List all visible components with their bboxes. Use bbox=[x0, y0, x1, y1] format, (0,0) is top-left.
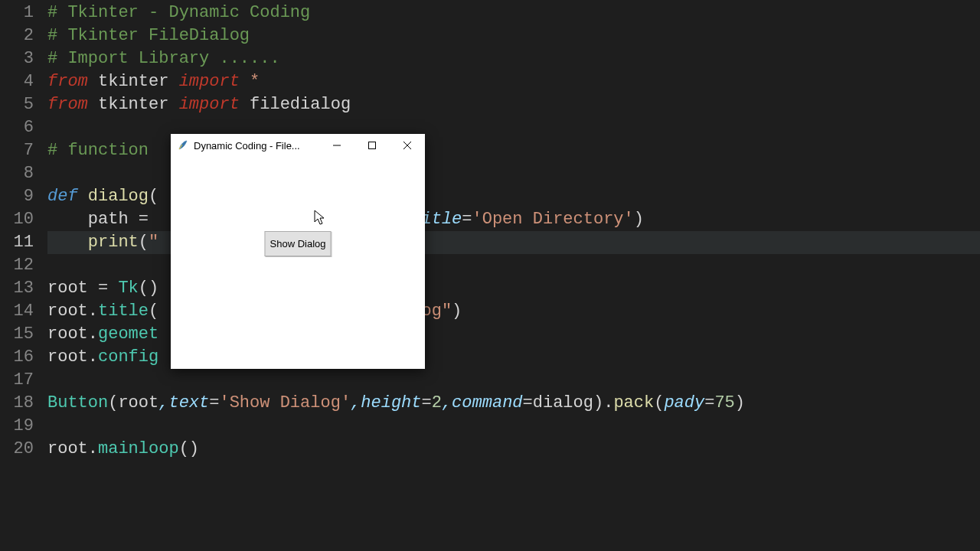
feather-icon bbox=[177, 139, 189, 152]
code-line: Button(root,text='Show Dialog',height=2,… bbox=[47, 392, 980, 415]
line-number: 2 bbox=[0, 24, 34, 47]
line-number: 14 bbox=[0, 300, 34, 323]
line-number: 3 bbox=[0, 47, 34, 70]
close-button[interactable] bbox=[390, 134, 425, 157]
line-number-gutter: 1 2 3 4 5 6 7 8 9 10 11 12 13 14 15 16 1… bbox=[0, 0, 47, 551]
line-number: 18 bbox=[0, 392, 34, 415]
titlebar[interactable]: Dynamic Coding - File... bbox=[171, 134, 425, 157]
line-number: 20 bbox=[0, 438, 34, 461]
line-number: 12 bbox=[0, 254, 34, 277]
line-number: 5 bbox=[0, 93, 34, 116]
tkinter-window[interactable]: Dynamic Coding - File... Show Dialog bbox=[171, 134, 425, 369]
code-line: from tkinter import * bbox=[47, 70, 980, 93]
maximize-button[interactable] bbox=[354, 134, 390, 157]
code-line: from tkinter import filedialog bbox=[47, 93, 980, 116]
line-number: 8 bbox=[0, 162, 34, 185]
window-body: Show Dialog bbox=[171, 157, 425, 369]
line-number: 15 bbox=[0, 323, 34, 346]
line-number: 13 bbox=[0, 277, 34, 300]
code-line: root.mainloop() bbox=[47, 438, 980, 461]
code-line: # Tkinter FileDialog bbox=[47, 24, 980, 47]
line-number: 10 bbox=[0, 208, 34, 231]
line-number: 16 bbox=[0, 346, 34, 369]
line-number: 6 bbox=[0, 116, 34, 139]
show-dialog-button[interactable]: Show Dialog bbox=[265, 231, 332, 256]
line-number: 1 bbox=[0, 2, 34, 24]
line-number: 17 bbox=[0, 369, 34, 392]
code-line bbox=[47, 415, 980, 438]
line-number: 11 bbox=[0, 231, 34, 254]
svg-rect-1 bbox=[369, 142, 376, 149]
line-number: 9 bbox=[0, 185, 34, 208]
code-line bbox=[47, 369, 980, 392]
code-editor: 1 2 3 4 5 6 7 8 9 10 11 12 13 14 15 16 1… bbox=[0, 0, 980, 551]
line-number: 19 bbox=[0, 415, 34, 438]
window-title: Dynamic Coding - File... bbox=[194, 140, 319, 152]
line-number: 4 bbox=[0, 70, 34, 93]
line-number: 7 bbox=[0, 139, 34, 162]
minimize-button[interactable] bbox=[319, 134, 354, 157]
code-line: # Import Library ...... bbox=[47, 47, 980, 70]
code-line: # Tkinter - Dynamic Coding bbox=[47, 2, 980, 24]
